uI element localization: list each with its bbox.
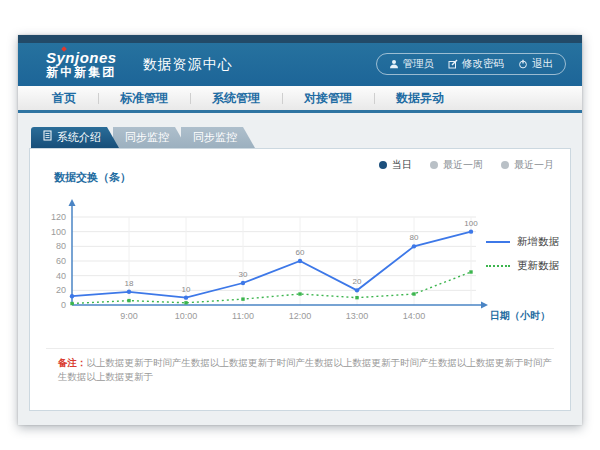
radio-today[interactable]: 当日 (379, 158, 412, 172)
chart-legend: 新增数据 更新数据 (486, 235, 559, 283)
svg-text:11:00: 11:00 (232, 311, 254, 321)
svg-text:日期（小时）: 日期（小时） (490, 310, 550, 321)
tab-system-intro[interactable]: 系统介绍 (31, 127, 119, 148)
svg-text:80: 80 (56, 241, 66, 251)
svg-text:18: 18 (125, 279, 134, 288)
time-range-filter: 当日 最近一周 最近一月 (379, 158, 554, 172)
user-icon (389, 59, 399, 69)
company-logo: Synjones 新中新集团 (46, 50, 117, 78)
svg-text:20: 20 (56, 285, 66, 295)
svg-text:120: 120 (51, 212, 66, 222)
chart-panel: 当日 最近一周 最近一月 数据交换（条） 0204060801001209:00… (29, 148, 571, 411)
nav-item-interface-mgmt[interactable]: 对接管理 (282, 90, 374, 107)
page-title: 数据资源中心 (139, 56, 233, 74)
svg-text:30: 30 (239, 270, 248, 279)
radio-dot (379, 161, 387, 169)
top-strip (18, 35, 582, 43)
radio-last-month[interactable]: 最近一月 (501, 158, 554, 172)
tab-bar: 系统介绍 同步监控 同步监控 (31, 127, 571, 148)
power-icon (518, 59, 528, 69)
svg-text:14:00: 14:00 (403, 311, 426, 321)
content-area: 系统介绍 同步监控 同步监控 当日 最近一周 最近一月 数据交 (18, 113, 582, 425)
footnote-prefix: 备注： (58, 357, 87, 368)
logo-company-name: 新中新集团 (46, 66, 117, 79)
footnote: 备注：以上数据更新于时间产生数据以上数据更新于时间产生数据以上数据更新于时间产生… (58, 356, 552, 385)
nav-item-home[interactable]: 首页 (30, 90, 98, 107)
logo-red-spark: y (57, 49, 66, 66)
svg-text:60: 60 (56, 256, 66, 266)
legend-entry-updated-data: 更新数据 (486, 259, 559, 273)
svg-text:12:00: 12:00 (289, 311, 312, 321)
logout-button[interactable]: 退出 (518, 57, 553, 71)
logo-brand: Synjones (46, 50, 117, 66)
radio-dot (501, 161, 509, 169)
radio-last-week[interactable]: 最近一周 (430, 158, 483, 172)
current-user[interactable]: 管理员 (389, 57, 435, 71)
svg-text:10:00: 10:00 (175, 311, 198, 321)
main-nav: 首页 标准管理 系统管理 对接管理 数据异动 (18, 86, 582, 113)
svg-text:60: 60 (296, 248, 305, 257)
footnote-text: 以上数据更新于时间产生数据以上数据更新于时间产生数据以上数据更新于时间产生数据以… (58, 357, 552, 382)
edit-icon (448, 59, 458, 69)
app-header: Synjones 新中新集团 数据资源中心 管理员 修改密码 退出 (18, 43, 582, 86)
tab-sync-monitor-1[interactable]: 同步监控 (113, 127, 187, 148)
nav-item-data-changes[interactable]: 数据异动 (374, 90, 466, 107)
document-icon (43, 127, 52, 148)
legend-entry-new-data: 新增数据 (486, 235, 559, 249)
y-axis-title: 数据交换（条） (54, 170, 131, 185)
tab-sync-monitor-2[interactable]: 同步监控 (181, 127, 255, 148)
svg-text:100: 100 (51, 227, 66, 237)
nav-item-system-mgmt[interactable]: 系统管理 (190, 90, 282, 107)
svg-text:13:00: 13:00 (346, 311, 369, 321)
legend-line-solid (486, 241, 510, 243)
svg-text:80: 80 (410, 233, 419, 242)
change-password-button[interactable]: 修改密码 (448, 57, 504, 71)
svg-text:100: 100 (464, 219, 478, 228)
legend-line-dotted (486, 265, 510, 267)
svg-text:9:00: 9:00 (120, 311, 138, 321)
svg-text:0: 0 (61, 300, 66, 310)
note-divider (46, 348, 554, 349)
radio-dot (430, 161, 438, 169)
nav-item-standard-mgmt[interactable]: 标准管理 (98, 90, 190, 107)
svg-text:10: 10 (182, 285, 191, 294)
svg-text:40: 40 (56, 271, 66, 281)
user-bar: 管理员 修改密码 退出 (376, 53, 567, 75)
svg-text:20: 20 (353, 277, 362, 286)
app-window: Synjones 新中新集团 数据资源中心 管理员 修改密码 退出 (18, 35, 582, 425)
